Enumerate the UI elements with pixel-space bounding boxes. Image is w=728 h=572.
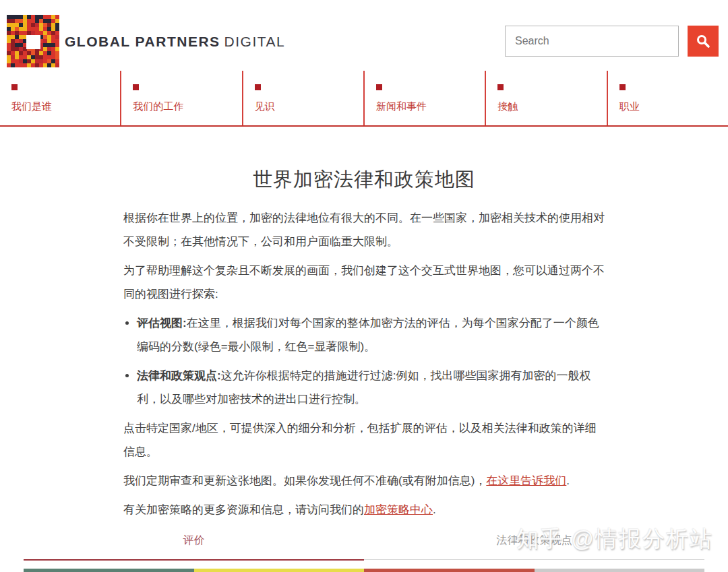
nav-square-icon [133, 84, 139, 90]
nav-label: 见识 [255, 100, 363, 113]
site-header: GLOBAL PARTNERSDIGITAL [0, 0, 728, 71]
nav-item-our-work[interactable]: 我们的工作 [120, 71, 241, 125]
tell-us-link[interactable]: 在这里告诉我们 [486, 474, 566, 487]
nav-square-icon [376, 84, 382, 90]
logo-white-square [26, 35, 40, 49]
page: GLOBAL PARTNERSDIGITAL 我们是谁 我们的工作 [0, 0, 728, 572]
search-input[interactable] [505, 26, 679, 57]
view-list: 评估视图:在这里，根据我们对每个国家的整体加密方法的评估，为每个国家分配了一个颜… [123, 311, 605, 411]
nav-square-icon [497, 84, 504, 90]
article: 世界加密法律和政策地图 根据你在世界上的位置，加密的法律地位有很大的不同。在一些… [123, 127, 605, 521]
paragraph-country-detail: 点击特定国家/地区，可提供深入的细分和分析，包括扩展的评估，以及相关法律和政策的… [123, 416, 605, 464]
list-item-law-policy-view: 法律和政策观点:这允许你根据特定的措施进行过滤:例如，找出哪些国家拥有加密的一般… [137, 364, 605, 411]
search-bar [505, 26, 719, 57]
paragraph-intro: 根据你在世界上的位置，加密的法律地位有很大的不同。在一些国家，加密相关技术的使用… [123, 206, 605, 253]
tab-assessment[interactable]: 评价 [24, 534, 364, 547]
text-after-link: . [566, 474, 570, 487]
page-title: 世界加密法律和政策地图 [123, 166, 605, 193]
encryption-policy-hub-link[interactable]: 加密策略中心 [364, 503, 433, 516]
bullet-text: 在这里，根据我们对每个国家的整体加密方法的评估，为每个国家分配了一个颜色编码的分… [137, 317, 599, 353]
brand-light: DIGITAL [224, 34, 286, 49]
zhihu-watermark: 知乎 @情报分析站 [516, 524, 713, 554]
brand-bold: GLOBAL PARTNERS [65, 34, 220, 49]
paragraph-resources: 有关加密策略的更多资源和信息，请访问我们的加密策略中心. [123, 498, 605, 521]
legend-segment-yellow [194, 569, 365, 572]
legend-segment-grey [535, 569, 705, 572]
active-tab-underline [24, 559, 364, 561]
nav-label: 职业 [619, 100, 728, 113]
search-icon [696, 34, 710, 49]
text-after-link: . [433, 503, 436, 516]
nav-square-icon [619, 84, 626, 90]
nav-square-icon [255, 84, 261, 90]
nav-item-contact[interactable]: 接触 [485, 71, 606, 125]
list-item-assessment-view: 评估视图:在这里，根据我们对每个国家的整体加密方法的评估，为每个国家分配了一个颜… [137, 311, 605, 358]
inactive-tab-underline [364, 559, 704, 560]
nav-item-insight[interactable]: 见识 [242, 71, 363, 125]
nav-item-who-we-are[interactable]: 我们是谁 [0, 71, 120, 125]
brand-name: GLOBAL PARTNERSDIGITAL [65, 34, 285, 50]
paragraph-map-views: 为了帮助理解这个复杂且不断发展的画面，我们创建了这个交互式世界地图，您可以通过两… [123, 259, 605, 306]
bullet-lead: 法律和政策观点: [137, 369, 221, 382]
bullet-lead: 评估视图: [137, 317, 187, 329]
legend-segment-green [24, 569, 194, 572]
tab-underlines [24, 559, 704, 561]
nav-label: 我们的工作 [133, 100, 241, 113]
search-button[interactable] [688, 26, 719, 57]
legend-segment-red [364, 569, 535, 572]
assessment-legend-strip [24, 569, 704, 572]
paragraph-update-notice: 我们定期审查和更新这张地图。如果你发现任何不准确(或有附加信息)，在这里告诉我们… [123, 469, 605, 492]
site-logo[interactable] [7, 15, 59, 67]
main-nav: 我们是谁 我们的工作 见识 新闻和事件 接触 职业 [0, 71, 728, 127]
nav-label: 我们是谁 [11, 100, 120, 113]
nav-item-news-events[interactable]: 新闻和事件 [363, 71, 485, 125]
text-before-link: 有关加密策略的更多资源和信息，请访问我们的 [123, 503, 364, 516]
nav-label: 接触 [497, 100, 606, 113]
nav-square-icon [11, 84, 18, 90]
nav-item-careers[interactable]: 职业 [607, 71, 728, 125]
text-before-link: 我们定期审查和更新这张地图。如果你发现任何不准确(或有附加信息)， [123, 474, 486, 487]
nav-label: 新闻和事件 [376, 100, 485, 113]
